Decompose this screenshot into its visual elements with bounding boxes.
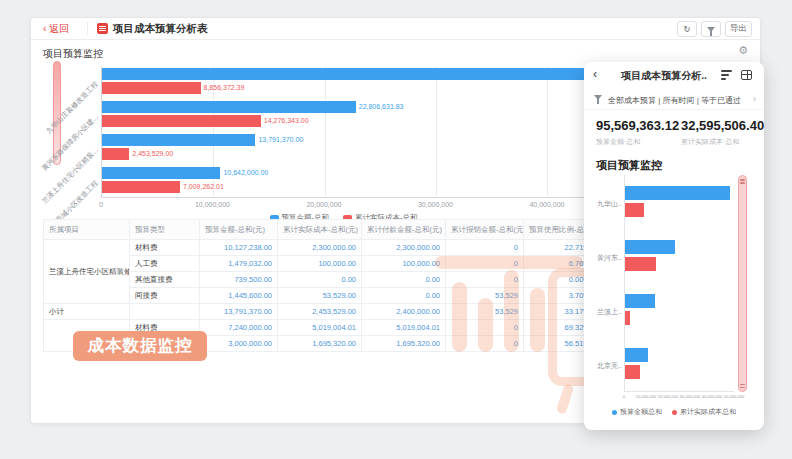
axis-tick-label: 40,000,000 (529, 201, 564, 208)
budget-type-cell: 材料费 (130, 240, 200, 256)
axis-tick-label: 30,000,000 (418, 201, 453, 208)
scrollbar-handle[interactable] (740, 384, 745, 386)
legend-item: 累计实际成本总和 (672, 407, 736, 417)
chart-scrollbar[interactable] (738, 175, 747, 392)
table-header: 所属项目预算类型预算金额-总和(元)累计实际成本-总和(元)累计付款金额-总和(… (44, 220, 596, 240)
scrollbar-handle[interactable] (740, 182, 745, 184)
metric-value: 32,595,506.40 (681, 118, 764, 133)
value-cell: 1,445,600.00 (200, 288, 278, 304)
value-cell: 0 (446, 240, 524, 256)
plot-area (624, 175, 734, 392)
project-cell: 兰溪上舟住宅小区精装修第... (44, 240, 130, 304)
window-title: 项目成本预算分析表 (113, 22, 208, 36)
bar-value-label: 7,009,262.01 (183, 183, 224, 190)
value-cell: 2,300,000.00 (278, 240, 362, 256)
table-row: 小计13,791,370.002,453,529.002,400,000.005… (44, 304, 596, 320)
filter-bar[interactable]: 全部成本预算 | 所有时间 | 等于已通过 › (584, 88, 764, 110)
value-cell: 3,000,000.00 (200, 336, 278, 352)
bar-actual[interactable] (102, 181, 180, 193)
value-cell: 0 (446, 336, 524, 352)
bar-actual[interactable] (625, 203, 644, 217)
gridline (325, 66, 326, 198)
plot-area: 8,856,372.3922,806,631.8314,276,343.0013… (101, 66, 586, 198)
category-label: 黄河东.. (597, 253, 622, 263)
project-cell: 小计 (44, 304, 130, 320)
axis-tick-label: 0 (99, 201, 103, 208)
bar-actual[interactable] (102, 148, 129, 160)
bar-actual[interactable] (102, 115, 261, 127)
axis-tick-label: 40,000,000 (702, 395, 722, 399)
refresh-button[interactable]: ↻ (677, 21, 697, 37)
bar-budget[interactable] (625, 294, 655, 308)
panel-bar-chart: 九华山..黄河东..兰溪上..北京亮.. 010,000,00020,000,0… (584, 175, 764, 392)
value-cell: 2,300,000.00 (362, 240, 446, 256)
value-axis: 010,000,00020,000,00030,000,00040,000,00… (101, 201, 586, 211)
value-cell: 0 (446, 320, 524, 336)
metric-budget: 95,569,363.12 预算金额·总和 (596, 118, 679, 147)
gear-icon[interactable]: ⚙ (738, 44, 748, 57)
value-cell: 0.00 (362, 288, 446, 304)
bar-value-label: 14,276,343.00 (264, 117, 309, 124)
metric-caption: 预算金额·总和 (596, 137, 679, 147)
axis-tick-label: 20,000,000 (658, 395, 678, 399)
scrollbar-handle[interactable] (740, 387, 745, 389)
value-cell: 13,791,370.00 (200, 304, 278, 320)
bar-budget[interactable] (102, 68, 586, 80)
value-cell: 0.00 (362, 272, 446, 288)
divider (87, 22, 88, 35)
bar-budget[interactable] (625, 348, 648, 362)
value-cell: 0.00 (278, 272, 362, 288)
chevron-right-icon: › (753, 93, 756, 104)
scrollbar-handle[interactable] (740, 179, 745, 181)
chevron-left-icon[interactable]: ‹ (593, 67, 597, 81)
legend-label: 预算金额总和 (620, 407, 662, 417)
column-header: 累计实际成本-总和(元) (278, 220, 362, 240)
legend-swatch (672, 410, 677, 415)
filter-text: 全部成本预算 | 所有时间 | 等于已通过 (608, 95, 741, 106)
bar-budget[interactable] (625, 240, 675, 254)
gridline (547, 66, 548, 198)
bar-value-label: 10,642,000.00 (223, 169, 268, 176)
refresh-icon: ↻ (683, 24, 690, 34)
metric-actual: 32,595,506.40 累计实际成本·总和 (681, 118, 764, 147)
back-button[interactable]: ‹ 返回 (43, 22, 69, 36)
bar-value-label: 22,806,631.83 (359, 103, 404, 110)
axis-tick-label: 10,000,000 (195, 201, 230, 208)
slider-handle[interactable] (53, 60, 61, 64)
value-cell: 1,695,320.00 (278, 336, 362, 352)
list-icon[interactable] (721, 70, 732, 80)
bar-actual[interactable] (102, 82, 201, 94)
value-cell: 5,019,004.01 (362, 320, 446, 336)
bar-actual[interactable] (625, 311, 630, 325)
legend-item: 预算金额总和 (612, 407, 662, 417)
bar-actual[interactable] (625, 257, 656, 271)
axis-tick-label: 10,000,000 (636, 395, 656, 399)
gridline (436, 66, 437, 198)
toolbar-buttons: ↻ 导出 (677, 21, 752, 37)
bar-budget[interactable] (102, 101, 356, 113)
bar-budget[interactable] (625, 186, 730, 200)
panel-header: ‹ 项目成本预算分析.. (584, 62, 764, 88)
export-button[interactable]: 导出 (725, 21, 752, 37)
value-cell: 7,240,000.00 (200, 320, 278, 336)
value-cell: 739,500.00 (200, 272, 278, 288)
bar-value-label: 13,791,370.00 (258, 136, 303, 143)
panel-title: 项目成本预算分析.. (612, 69, 716, 83)
bar-budget[interactable] (102, 134, 255, 146)
bar-actual[interactable] (625, 365, 640, 379)
column-header: 累计付款金额-总和(元) (362, 220, 446, 240)
value-cell: 0 (446, 256, 524, 272)
axis-tick-label: 30,000,000 (680, 395, 700, 399)
bar-budget[interactable] (102, 167, 220, 179)
budget-type-cell: 其他直接费 (130, 272, 200, 288)
panel-legend: 预算金额总和累计实际成本总和 (584, 407, 764, 417)
category-label: 兰溪上.. (597, 307, 622, 317)
funnel-icon (594, 95, 602, 100)
budget-type-cell (130, 304, 200, 320)
axis-tick-label: 50,000,000 (724, 395, 744, 399)
filter-button[interactable] (701, 21, 721, 37)
annotation-badge: 成本数据监控 (73, 331, 207, 361)
table-icon[interactable] (741, 70, 752, 80)
metric-value: 95,569,363.12 (596, 118, 679, 133)
axis-tick-label: 0 (623, 395, 625, 399)
